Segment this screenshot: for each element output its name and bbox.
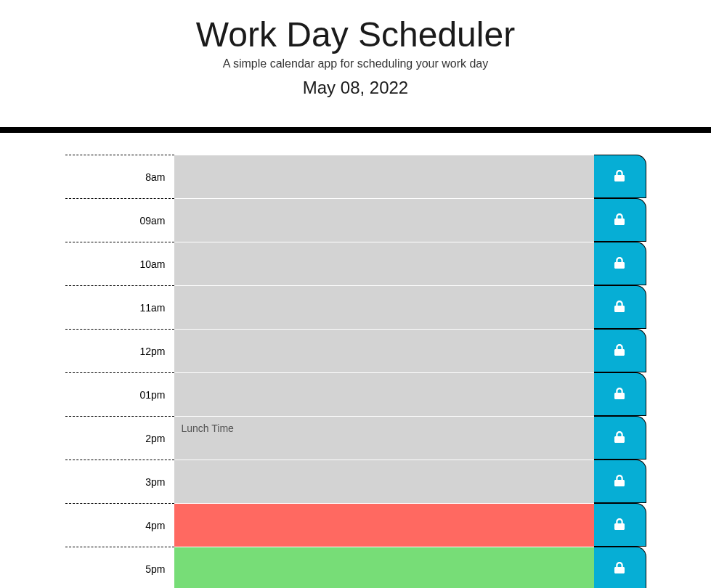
lock-icon (614, 518, 625, 532)
hour-label: 8am (65, 155, 174, 198)
time-row: 10am (65, 242, 646, 285)
event-input-3pm[interactable] (174, 460, 594, 503)
lock-icon (614, 431, 625, 445)
page-header: Work Day Scheduler A simple calendar app… (0, 0, 711, 127)
time-row: 4pm (65, 503, 646, 547)
event-input-8am[interactable] (174, 155, 594, 198)
lock-icon (614, 170, 625, 184)
lock-icon (614, 344, 625, 358)
lock-icon (614, 301, 625, 314)
event-input-5pm[interactable] (174, 547, 594, 588)
page-title: Work Day Scheduler (0, 15, 711, 54)
event-input-12pm[interactable] (174, 329, 594, 372)
event-input-11am[interactable] (174, 285, 594, 329)
hour-label: 3pm (65, 460, 174, 503)
save-button-8am[interactable] (594, 155, 646, 198)
event-input-2pm[interactable] (174, 416, 594, 460)
event-input-09am[interactable] (174, 198, 594, 242)
save-button-10am[interactable] (594, 242, 646, 285)
save-button-5pm[interactable] (594, 547, 646, 588)
time-row: 3pm (65, 460, 646, 503)
hour-label: 12pm (65, 329, 174, 372)
time-row: 8am (65, 155, 646, 198)
hour-label: 01pm (65, 372, 174, 416)
time-row: 09am (65, 198, 646, 242)
time-row: 2pm (65, 416, 646, 460)
hour-label: 11am (65, 285, 174, 329)
lock-icon (614, 257, 625, 271)
event-input-4pm[interactable] (174, 503, 594, 547)
event-input-01pm[interactable] (174, 372, 594, 416)
lock-icon (614, 388, 625, 401)
lock-icon (614, 475, 625, 489)
save-button-11am[interactable] (594, 285, 646, 329)
save-button-4pm[interactable] (594, 503, 646, 547)
save-button-09am[interactable] (594, 198, 646, 242)
hour-label: 5pm (65, 547, 174, 588)
save-button-3pm[interactable] (594, 460, 646, 503)
schedule-container: 8am 09am 10am 11am (51, 155, 661, 588)
hour-label: 4pm (65, 503, 174, 547)
time-row: 12pm (65, 329, 646, 372)
hour-label: 2pm (65, 416, 174, 460)
lock-icon (614, 562, 625, 576)
save-button-01pm[interactable] (594, 372, 646, 416)
lock-icon (614, 213, 625, 227)
event-input-10am[interactable] (174, 242, 594, 285)
save-button-12pm[interactable] (594, 329, 646, 372)
time-row: 01pm (65, 372, 646, 416)
hour-label: 10am (65, 242, 174, 285)
save-button-2pm[interactable] (594, 416, 646, 460)
time-row: 5pm (65, 547, 646, 588)
current-date: May 08, 2022 (0, 78, 711, 98)
time-row: 11am (65, 285, 646, 329)
hour-label: 09am (65, 198, 174, 242)
page-subtitle: A simple calendar app for scheduling you… (0, 57, 711, 70)
header-divider (0, 127, 711, 133)
